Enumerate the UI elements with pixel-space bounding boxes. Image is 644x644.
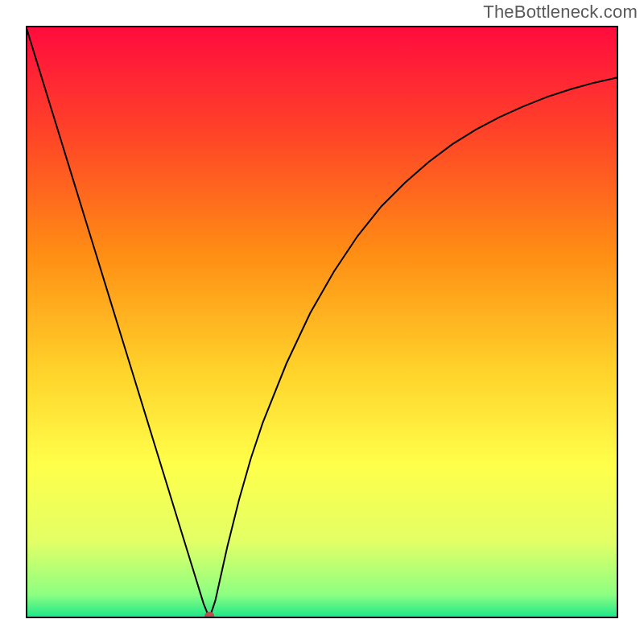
- plot-area: [26, 26, 618, 618]
- minimum-marker: [204, 612, 214, 618]
- bottleneck-curve: [26, 26, 618, 618]
- watermark-text: TheBottleneck.com: [483, 2, 638, 23]
- chart-container: TheBottleneck.com: [0, 0, 644, 644]
